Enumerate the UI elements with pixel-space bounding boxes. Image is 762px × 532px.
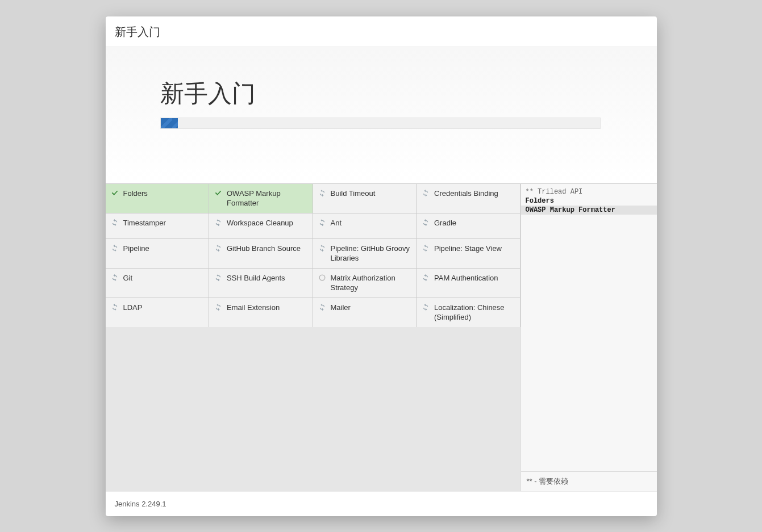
- plugin-label: LDAP: [123, 303, 143, 313]
- plugin-cell: Git: [106, 269, 209, 298]
- plugin-label: OWASP Markup Formatter: [227, 188, 307, 208]
- grid-empty-space: [106, 327, 521, 491]
- plugin-cell: Credentials Binding: [417, 184, 520, 213]
- modal-header-title: 新手入门: [115, 24, 648, 40]
- plugin-cell: Ant: [313, 213, 417, 238]
- refresh-icon: [111, 244, 119, 252]
- check-icon: [214, 189, 222, 197]
- plugin-label: Ant: [331, 218, 342, 228]
- plugin-cell: Pipeline: GitHub Groovy Libraries: [313, 239, 417, 268]
- plugin-cell: Timestamper: [106, 213, 209, 238]
- refresh-icon: [318, 219, 326, 227]
- refresh-icon: [422, 219, 430, 227]
- plugin-cell: LDAP: [106, 298, 209, 327]
- plugin-label: Pipeline: GitHub Groovy Libraries: [331, 244, 411, 263]
- check-icon: [111, 189, 119, 197]
- plugin-label: GitHub Branch Source: [227, 244, 301, 254]
- log-line: Folders: [526, 196, 652, 206]
- plugin-cell: Folders: [106, 184, 209, 213]
- refresh-icon: [422, 244, 430, 252]
- plugin-label: PAM Authentication: [434, 273, 498, 283]
- plugin-label: Pipeline: [123, 244, 149, 254]
- plugin-cell: Mailer: [313, 298, 417, 327]
- plugin-label: SSH Build Agents: [227, 273, 285, 283]
- plugin-label: Matrix Authorization Strategy: [331, 273, 411, 293]
- modal-header: 新手入门: [106, 16, 657, 47]
- plugin-cell: Workspace Cleanup: [209, 213, 313, 238]
- plugin-label: Gradle: [434, 218, 456, 228]
- plugin-cell: GitHub Branch Source: [209, 239, 313, 268]
- plugin-label: Credentials Binding: [434, 188, 498, 199]
- plugin-label: Git: [123, 273, 133, 283]
- circle-icon: [318, 274, 326, 282]
- refresh-icon: [318, 303, 326, 311]
- plugin-label: Mailer: [331, 303, 351, 313]
- log-panel: ** Trilead APIFoldersOWASP Markup Format…: [521, 184, 657, 491]
- plugin-cell: SSH Build Agents: [209, 269, 313, 298]
- plugin-cell: PAM Authentication: [417, 269, 520, 298]
- log-line: ** Trilead API: [526, 187, 652, 196]
- hero-title: 新手入门: [160, 78, 657, 110]
- modal-footer: Jenkins 2.249.1: [106, 491, 657, 516]
- refresh-icon: [422, 274, 430, 282]
- plugin-label: Folders: [123, 188, 148, 199]
- plugin-label: Localization: Chinese (Simplified): [434, 303, 515, 322]
- plugin-label: Timestamper: [123, 218, 166, 228]
- svg-point-0: [319, 275, 325, 280]
- progress-fill: [161, 118, 178, 128]
- refresh-icon: [422, 303, 430, 311]
- refresh-icon: [318, 189, 326, 197]
- refresh-icon: [111, 219, 119, 227]
- plugin-cell: OWASP Markup Formatter: [209, 184, 313, 213]
- refresh-icon: [111, 303, 119, 311]
- plugin-label: Workspace Cleanup: [227, 218, 293, 228]
- refresh-icon: [214, 274, 222, 282]
- plugin-label: Email Extension: [227, 303, 280, 313]
- plugin-cell: Matrix Authorization Strategy: [313, 269, 417, 298]
- plugin-cell: Localization: Chinese (Simplified): [417, 298, 520, 327]
- refresh-icon: [214, 303, 222, 311]
- plugin-cell: Email Extension: [209, 298, 313, 327]
- log-footer: ** - 需要依赖: [521, 471, 657, 491]
- hero-section: 新手入门: [106, 47, 657, 183]
- plugin-cell: Pipeline: Stage View: [417, 239, 520, 268]
- body-area: FoldersOWASP Markup FormatterBuild Timeo…: [106, 183, 657, 491]
- setup-wizard-modal: 新手入门 新手入门 FoldersOWASP Markup FormatterB…: [106, 16, 657, 516]
- plugin-cell: Gradle: [417, 213, 520, 238]
- progress-bar: [160, 118, 601, 129]
- plugin-grid: FoldersOWASP Markup FormatterBuild Timeo…: [106, 184, 521, 327]
- refresh-icon: [111, 274, 119, 282]
- refresh-icon: [422, 189, 430, 197]
- plugin-cell: Pipeline: [106, 239, 209, 268]
- plugin-label: Build Timeout: [331, 188, 376, 199]
- version-text: Jenkins 2.249.1: [115, 500, 166, 508]
- refresh-icon: [214, 219, 222, 227]
- plugin-grid-wrap: FoldersOWASP Markup FormatterBuild Timeo…: [106, 184, 521, 491]
- plugin-cell: Build Timeout: [313, 184, 417, 213]
- log-line: OWASP Markup Formatter: [521, 206, 657, 215]
- plugin-label: Pipeline: Stage View: [434, 244, 502, 254]
- log-content: ** Trilead APIFoldersOWASP Markup Format…: [521, 184, 657, 471]
- refresh-icon: [318, 244, 326, 252]
- refresh-icon: [214, 244, 222, 252]
